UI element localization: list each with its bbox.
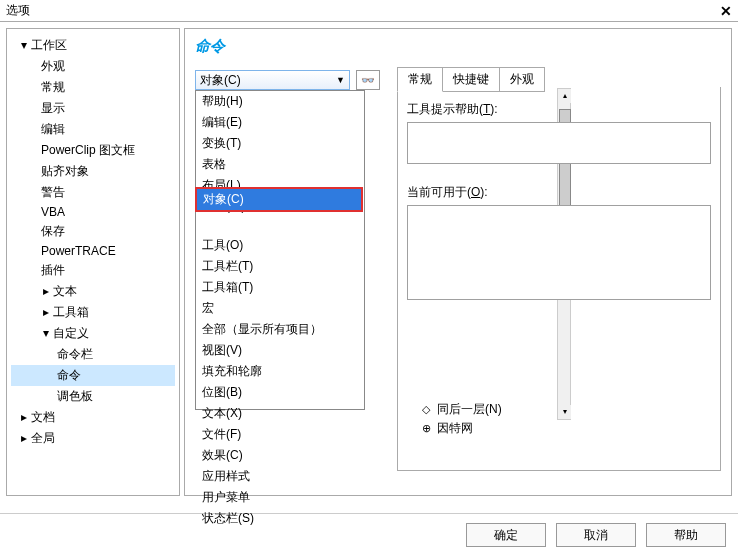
dropdown-item[interactable]: 表格 [196, 154, 364, 175]
dropdown-item[interactable]: 工具栏(T) [196, 256, 364, 277]
tree-item[interactable]: 常规 [11, 77, 175, 98]
chevron-down-icon: ▼ [336, 75, 345, 85]
tab-panel-general: 工具提示帮助(T): 当前可用于(O): [397, 87, 721, 308]
dropdown-item[interactable]: 填充和轮廓 [196, 361, 364, 382]
command-list-item[interactable]: ⊕因特网 [391, 419, 556, 438]
available-in-label: 当前可用于(O): [407, 184, 711, 201]
dropdown-item[interactable]: 应用样式 [196, 466, 364, 487]
cancel-button[interactable]: 取消 [556, 523, 636, 547]
tree-item[interactable]: VBA [11, 203, 175, 221]
dropdown-item[interactable]: 文件(F) [196, 424, 364, 445]
tree-item[interactable]: 插件 [11, 260, 175, 281]
item-icon: ◇ [419, 404, 433, 416]
tree-item[interactable]: 显示 [11, 98, 175, 119]
tree-workspace[interactable]: 工作区 [11, 35, 175, 56]
scroll-down-icon[interactable]: ▾ [559, 405, 571, 419]
tree-item[interactable]: 警告 [11, 182, 175, 203]
command-list-visible-rows: ◇同后一层(N)⊕因特网 [391, 400, 556, 438]
command-list-item[interactable]: ◇同后一层(N) [391, 400, 556, 419]
panel-heading: 命令 [195, 37, 721, 56]
dropdown-item[interactable]: 变换(T) [196, 133, 364, 154]
dropdown-item[interactable]: 帮助(H) [196, 91, 364, 112]
window-title: 选项 [6, 2, 720, 19]
tree-document[interactable]: 文档 [11, 407, 175, 428]
chevron-right-icon[interactable] [41, 305, 51, 319]
dropdown-list[interactable]: 帮助(H)编辑(E)变换(T)表格布局(L)窗口(W)对象(C) 工具(O)工具… [195, 90, 365, 410]
item-label: 同后一层(N) [437, 401, 502, 418]
tooltip-help-input[interactable] [407, 122, 711, 164]
dropdown-item[interactable]: 视图(V) [196, 340, 364, 361]
dropdown-value: 对象(C) [200, 72, 336, 89]
help-button[interactable]: 帮助 [646, 523, 726, 547]
available-in-list[interactable] [407, 205, 711, 300]
dropdown-item[interactable]: 文本(X) [196, 403, 364, 424]
dropdown-item[interactable]: 全部（显示所有项目） [196, 319, 364, 340]
tree-item[interactable]: PowerTRACE [11, 242, 175, 260]
category-dropdown[interactable]: 对象(C) ▼ [195, 70, 350, 90]
ok-button[interactable]: 确定 [466, 523, 546, 547]
content: 工作区 外观常规显示编辑PowerClip 图文框贴齐对象警告VBA保存Powe… [0, 22, 738, 502]
dropdown-item[interactable]: 工具(O) [196, 235, 364, 256]
item-label: 因特网 [437, 420, 473, 437]
tree-item[interactable]: 编辑 [11, 119, 175, 140]
chevron-right-icon[interactable] [41, 284, 51, 298]
dropdown-item[interactable]: 工具箱(T) [196, 277, 364, 298]
chevron-down-icon[interactable] [19, 38, 29, 52]
chevron-right-icon[interactable] [19, 410, 29, 424]
item-icon: ⊕ [419, 423, 433, 435]
tree-toolbox[interactable]: 工具箱 [11, 302, 175, 323]
tree-global[interactable]: 全局 [11, 428, 175, 449]
main-panel: 命令 对象(C) ▼ 帮助(H)编辑(E)变换(T)表格布局(L)窗口(W)对象… [184, 28, 732, 496]
tooltip-help-label: 工具提示帮助(T): [407, 101, 711, 118]
title-bar: 选项 ✕ [0, 0, 738, 22]
dropdown-item[interactable]: 编辑(E) [196, 112, 364, 133]
category-tree[interactable]: 工作区 外观常规显示编辑PowerClip 图文框贴齐对象警告VBA保存Powe… [6, 28, 180, 496]
close-icon[interactable]: ✕ [720, 3, 732, 19]
search-icon[interactable]: 👓 [356, 70, 380, 90]
tree-item[interactable]: 贴齐对象 [11, 161, 175, 182]
dropdown-item[interactable]: 宏 [196, 298, 364, 319]
dropdown-item[interactable]: 位图(B) [196, 382, 364, 403]
dropdown-item[interactable]: 用户菜单 [196, 487, 364, 508]
tree-item[interactable]: 保存 [11, 221, 175, 242]
chevron-right-icon[interactable] [19, 431, 29, 445]
dropdown-item-selected[interactable]: 对象(C) [195, 187, 363, 212]
dialog-footer: 确定 取消 帮助 [0, 513, 738, 555]
tree-customize[interactable]: 自定义 [11, 323, 175, 344]
tree-text[interactable]: 文本 [11, 281, 175, 302]
dropdown-item[interactable]: 效果(C) [196, 445, 364, 466]
tree-item[interactable]: 命令栏 [11, 344, 175, 365]
category-dropdown-wrap: 对象(C) ▼ 帮助(H)编辑(E)变换(T)表格布局(L)窗口(W)对象(C)… [195, 70, 350, 90]
tree-item[interactable]: 命令 [11, 365, 175, 386]
tree-item[interactable]: PowerClip 图文框 [11, 140, 175, 161]
tree-item[interactable]: 外观 [11, 56, 175, 77]
dropdown-item[interactable]: 状态栏(S) [196, 508, 364, 529]
tree-item[interactable]: 调色板 [11, 386, 175, 407]
chevron-down-icon[interactable] [41, 326, 51, 340]
